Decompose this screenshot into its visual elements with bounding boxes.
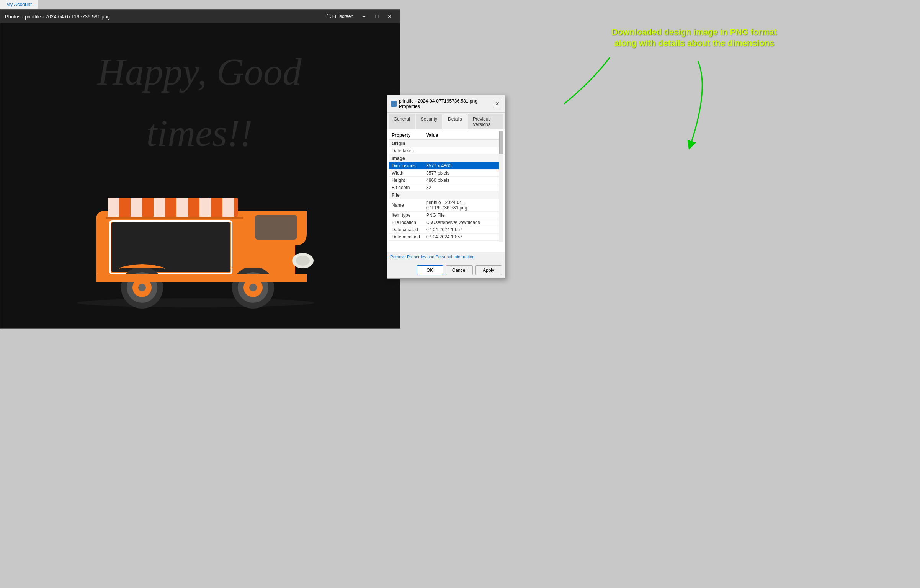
dialog-title-text: printfile - 2024-04-07T195736.581.png Pr… (399, 98, 493, 109)
table-row-dimensions[interactable]: Dimensions 3577 x 4860 (389, 162, 503, 170)
dialog-tabs: General Security Details Previous Versio… (387, 113, 505, 129)
svg-point-25 (249, 284, 257, 291)
svg-rect-15 (106, 217, 243, 219)
svg-rect-9 (108, 198, 119, 217)
tab-general[interactable]: General (389, 114, 415, 129)
photos-window: Photos - printfile - 2024-04-07T195736.5… (0, 9, 400, 329)
svg-rect-5 (255, 215, 297, 240)
property-column-header: Property (389, 131, 423, 140)
fullscreen-icon: ⛶ (326, 14, 331, 19)
food-truck-image: Happy, Good times!! (0, 23, 400, 328)
svg-rect-11 (154, 198, 165, 217)
dialog-buttons: OK Cancel Apply (387, 262, 505, 278)
photos-content: Happy, Good times!! (0, 23, 400, 328)
svg-rect-12 (176, 198, 188, 217)
svg-rect-13 (199, 198, 211, 217)
table-row-name: Name printfile - 2024-04-07T195736.581.p… (389, 199, 503, 212)
fullscreen-label: Fullscreen (332, 14, 353, 19)
svg-rect-26 (96, 274, 307, 282)
svg-point-21 (138, 284, 146, 291)
svg-point-3 (77, 298, 314, 307)
close-button[interactable]: ✕ (384, 11, 395, 22)
dialog-close-button[interactable]: ✕ (493, 100, 501, 108)
table-row-height: Height 4860 pixels (389, 177, 503, 184)
scrollbar-track[interactable] (499, 131, 503, 242)
table-row-date-modified: Date modified 07-04-2024 19:57 (389, 234, 503, 241)
dialog-body: Property Value Origin Date taken (387, 129, 505, 252)
my-account-tab[interactable]: My Account (0, 0, 38, 9)
table-row-size: Size 1.07 MB (389, 241, 503, 242)
fullscreen-button[interactable]: ⛶ Fullscreen (323, 12, 356, 21)
tab-previous-versions[interactable]: Previous Versions (468, 114, 503, 129)
table-row-item-type: Item type PNG File (389, 212, 503, 219)
svg-rect-14 (222, 198, 234, 217)
properties-table: Property Value Origin Date taken (389, 131, 503, 242)
section-image: Image (389, 155, 503, 163)
minimize-button[interactable]: − (358, 11, 369, 22)
file-icon: i (391, 101, 397, 107)
tab-details[interactable]: Details (443, 114, 467, 129)
annotation-arrows (564, 50, 832, 165)
dialog-footer-link: Remove Properties and Personal Informati… (387, 252, 505, 262)
scrollbar-thumb[interactable] (499, 131, 503, 154)
tab-security[interactable]: Security (416, 114, 442, 129)
value-column-header: Value (423, 131, 503, 140)
svg-text:Happy, Good: Happy, Good (96, 51, 302, 93)
svg-rect-8 (108, 198, 238, 217)
section-file: File (389, 191, 503, 199)
dialog-title-left: i printfile - 2024-04-07T195736.581.png … (391, 98, 493, 109)
table-row: Date taken (389, 147, 503, 155)
annotation-text: Downloaded design image in PNG formatalo… (602, 27, 786, 49)
remove-properties-link[interactable]: Remove Properties and Personal Informati… (390, 255, 474, 259)
photos-titlebar: Photos - printfile - 2024-04-07T195736.5… (0, 10, 400, 23)
apply-button[interactable]: Apply (475, 265, 502, 275)
svg-rect-16 (111, 222, 230, 272)
svg-text:times!!: times!! (146, 112, 253, 154)
photos-title: Photos - printfile - 2024-04-07T195736.5… (5, 14, 323, 20)
svg-point-7 (296, 256, 310, 266)
properties-dialog: i printfile - 2024-04-07T195736.581.png … (387, 95, 505, 279)
table-row-width: Width 3577 pixels (389, 170, 503, 177)
ok-button[interactable]: OK (417, 265, 443, 275)
table-row-bit-depth: Bit depth 32 (389, 184, 503, 191)
section-origin: Origin (389, 140, 503, 148)
cancel-button[interactable]: Cancel (446, 265, 473, 275)
svg-rect-10 (131, 198, 142, 217)
table-row-date-created: Date created 07-04-2024 19:57 (389, 226, 503, 234)
table-row-file-location: File location C:\Users\nvive\Downloads (389, 219, 503, 226)
maximize-button[interactable]: □ (371, 11, 382, 22)
properties-table-wrapper: Property Value Origin Date taken (389, 131, 503, 242)
annotation-container: Downloaded design image in PNG formatalo… (602, 27, 786, 56)
photos-controls: ⛶ Fullscreen − □ ✕ (323, 11, 395, 22)
dialog-titlebar: i printfile - 2024-04-07T195736.581.png … (387, 95, 505, 113)
